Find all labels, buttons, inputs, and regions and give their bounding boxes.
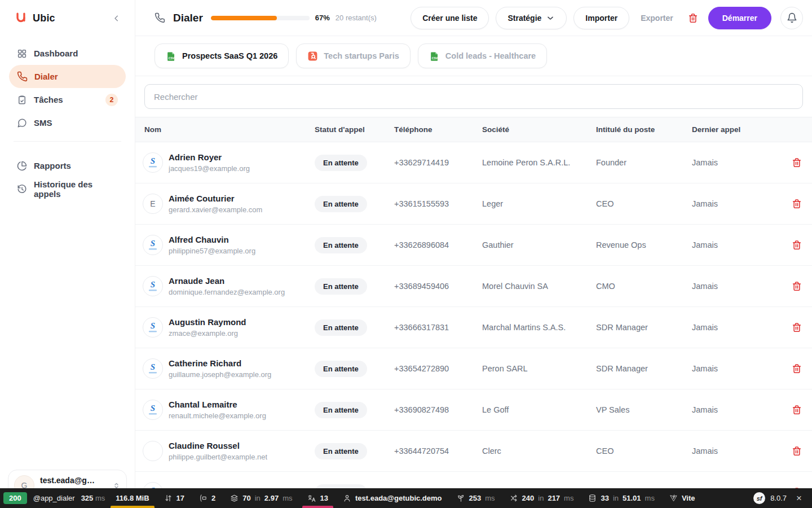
toolbar-close-button[interactable]: × bbox=[792, 493, 806, 504]
contact-name: Arnaude Jean bbox=[169, 276, 285, 286]
sidebar-item-label: Dialer bbox=[34, 72, 58, 81]
request-time: 325 bbox=[81, 494, 94, 502]
csv-icon: CSV bbox=[166, 51, 176, 62]
main-content: Dialer 67% 20 restant(s) Créer une liste… bbox=[135, 0, 812, 508]
delete-contact-button[interactable] bbox=[788, 278, 805, 295]
toolbar-request-block[interactable]: 200 @app_dialer 325 ms bbox=[0, 488, 108, 508]
phone-icon bbox=[155, 12, 165, 23]
vite-icon bbox=[669, 494, 678, 502]
delete-contact-button[interactable] bbox=[788, 443, 805, 459]
export-button[interactable]: Exporter bbox=[636, 7, 678, 29]
table-row[interactable]: S Chantal Lemaitre renault.michele@examp… bbox=[135, 389, 812, 431]
company-name: Morel Chauvin SA bbox=[482, 282, 596, 291]
delete-contact-button[interactable] bbox=[788, 237, 805, 253]
job-title: SDR Manager bbox=[596, 364, 692, 373]
table-row[interactable]: S Alfred Chauvin philippine57@example.or… bbox=[135, 225, 812, 266]
contact-avatar: E bbox=[143, 194, 163, 214]
job-title: CMO bbox=[596, 282, 692, 291]
toolbar-panel-translation[interactable]: 13 bbox=[300, 488, 336, 508]
phone-number: +33615155593 bbox=[394, 199, 482, 208]
column-header-job: Intitulé du poste bbox=[596, 125, 692, 134]
progress-fill bbox=[211, 16, 277, 20]
chevron-left-icon bbox=[112, 14, 121, 23]
status-badge: En attente bbox=[315, 402, 367, 418]
last-call: Jamais bbox=[692, 158, 781, 167]
csv-icon: CSV bbox=[429, 51, 440, 62]
svg-text:CSV: CSV bbox=[169, 56, 175, 60]
progress-bar bbox=[211, 16, 310, 20]
table-header: Nom Statut d'appel Téléphone Société Int… bbox=[135, 117, 812, 142]
table-row[interactable]: E Aimée Couturier gerard.xavier@example.… bbox=[135, 183, 812, 225]
tasks-icon bbox=[17, 95, 27, 105]
list-tab-tech-startups-paris[interactable]: Tech startups Paris bbox=[296, 43, 411, 68]
svg-text:S: S bbox=[151, 280, 155, 289]
svg-text:S: S bbox=[151, 362, 155, 371]
table-row[interactable]: Claudine Roussel philippe.guilbert@examp… bbox=[135, 431, 812, 472]
list-tab-label: Tech startups Paris bbox=[324, 51, 399, 60]
ubic-logo-icon bbox=[15, 11, 27, 25]
table-row[interactable]: S Arnaude Jean dominique.fernandez@examp… bbox=[135, 266, 812, 307]
table-row[interactable]: S Adrien Royer jacques19@example.org En … bbox=[135, 142, 812, 183]
bell-icon bbox=[787, 12, 797, 23]
contact-name: Catherine Richard bbox=[169, 358, 271, 368]
start-button[interactable]: Démarrer bbox=[708, 7, 771, 29]
history-icon bbox=[17, 184, 27, 194]
sidebar-item-dashboard[interactable]: Dashboard bbox=[9, 42, 126, 65]
svg-text:CSV: CSV bbox=[432, 56, 438, 60]
contact-avatar: S bbox=[143, 235, 163, 255]
create-list-button[interactable]: Créer une liste bbox=[411, 7, 489, 29]
sidebar-item-rapports[interactable]: Rapports bbox=[9, 154, 126, 177]
table-row[interactable]: S Catherine Richard guillaume.joseph@exa… bbox=[135, 348, 812, 389]
company-name: Le Goff bbox=[482, 405, 596, 414]
table-row[interactable]: S Augustin Raymond zmace@example.org En … bbox=[135, 307, 812, 348]
toolbar-panel-template[interactable]: 2 bbox=[192, 488, 223, 508]
toolbar-panel-ajax[interactable]: 17 bbox=[157, 488, 192, 508]
toolbar-panel-database[interactable]: 33in51.01ms bbox=[581, 488, 661, 508]
sidebar-item-label: Historique des appels bbox=[34, 179, 118, 199]
contact-avatar: S bbox=[143, 152, 163, 173]
list-tab-prospects-saas-q1-2026[interactable]: CSVProspects SaaS Q1 2026 bbox=[155, 43, 289, 68]
column-header-name: Nom bbox=[135, 125, 315, 134]
sidebar-item-sms[interactable]: SMS bbox=[9, 111, 126, 134]
primary-nav: Dashboard Dialer Tâches2 SMS bbox=[0, 36, 135, 134]
sidebar-divider bbox=[14, 141, 121, 142]
sidebar-item-label: SMS bbox=[34, 118, 52, 128]
toolbar-panel-memory[interactable]: 116.8 MiB bbox=[108, 488, 156, 508]
sidebar-item-dialer[interactable]: Dialer bbox=[9, 65, 126, 88]
import-button[interactable]: Importer bbox=[573, 7, 629, 29]
delete-contact-button[interactable] bbox=[788, 195, 805, 212]
page-title: Dialer bbox=[173, 12, 203, 24]
contact-email: dominique.fernandez@example.org bbox=[169, 288, 285, 296]
contact-name: Augustin Raymond bbox=[169, 317, 246, 327]
column-header-status: Statut d'appel bbox=[315, 125, 394, 134]
contact-email: renault.michele@example.org bbox=[169, 411, 266, 420]
contact-email: jacques19@example.org bbox=[169, 164, 250, 173]
status-code-badge: 200 bbox=[3, 492, 27, 504]
toolbar-panel-user[interactable]: test.eada@getubic.demo bbox=[336, 488, 449, 508]
strategy-dropdown[interactable]: Stratégie bbox=[496, 7, 567, 29]
list-tab-cold-leads-healthcare[interactable]: CSVCold leads - Healthcare bbox=[418, 43, 547, 68]
delete-contact-button[interactable] bbox=[788, 154, 805, 171]
delete-list-button[interactable] bbox=[685, 10, 701, 27]
toolbar-panel-messenger[interactable]: 240in217ms bbox=[502, 488, 581, 508]
phone-number: +33629714419 bbox=[394, 158, 482, 167]
toolbar-panel-twig[interactable]: 253ms bbox=[449, 488, 502, 508]
delete-contact-button[interactable] bbox=[788, 401, 805, 418]
delete-contact-button[interactable] bbox=[788, 319, 805, 336]
table-body: S Adrien Royer jacques19@example.org En … bbox=[135, 142, 812, 508]
job-title: Founder bbox=[596, 158, 692, 167]
notifications-button[interactable] bbox=[780, 7, 803, 29]
delete-contact-button[interactable] bbox=[788, 360, 805, 377]
phone-number: +33666317831 bbox=[394, 323, 482, 332]
contact-avatar: S bbox=[143, 317, 163, 338]
sidebar-item-t-ches[interactable]: Tâches2 bbox=[9, 88, 126, 111]
phone-number: +33626896084 bbox=[394, 240, 482, 249]
sidebar-collapse-button[interactable] bbox=[109, 11, 123, 25]
database-icon bbox=[588, 494, 597, 502]
toolbar-panel-cache[interactable]: 70in2.97ms bbox=[223, 488, 299, 508]
toolbar-panel-vite[interactable]: Vite bbox=[662, 488, 703, 508]
progress-percent: 67% bbox=[315, 14, 330, 22]
search-input[interactable] bbox=[144, 84, 803, 109]
sidebar-item-historique-des-appels[interactable]: Historique des appels bbox=[9, 177, 126, 200]
contact-name: Chantal Lemaitre bbox=[169, 400, 266, 409]
